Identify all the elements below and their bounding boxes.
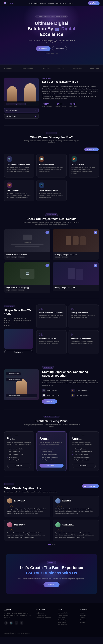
- testimonials-cta-button[interactable]: See All Reviews →: [82, 484, 99, 488]
- dot-nav-1[interactable]: [48, 544, 51, 545]
- social-facebook[interactable]: f: [20, 621, 23, 625]
- about-title: Let's Get Acquainted With Us: [42, 80, 99, 84]
- social-linkedin[interactable]: in: [15, 621, 18, 625]
- portfolio-card-0[interactable]: MARKETING ↗ Growth Marketing For Anex Br…: [4, 229, 50, 260]
- logo-bar: logolipsum logo ⊕ ipsum L@QIPSUM #LIPSUM…: [0, 64, 103, 72]
- step-num-3: 03.: [39, 333, 64, 336]
- service-card-brand[interactable]: 💼 Brand Strategy We develop comprehensiv…: [4, 180, 34, 202]
- footer-follow-0[interactable]: Twitter: [80, 612, 99, 614]
- stat-years: 10Y+ Years Experience: [42, 102, 52, 108]
- social-twitter[interactable]: 𝕏: [4, 621, 8, 625]
- cta-button[interactable]: Contact Us →: [43, 582, 60, 587]
- nav-home[interactable]: Home: [28, 2, 32, 4]
- about-image: #1 Digital Marketing Agency In Asia: [4, 78, 39, 106]
- plan-cta-0[interactable]: Get Started →: [7, 464, 31, 468]
- portfolio-card-2[interactable]: 💻 ↗ Digital Product For KronyoApp Apps P…: [4, 262, 50, 293]
- portfolio-link-icon-0: ↗: [45, 231, 49, 234]
- service-card-web[interactable]: 🎨 Website Design Get stunning and creati…: [69, 154, 99, 178]
- footer-follow-3[interactable]: Facebook: [80, 619, 99, 621]
- work-video[interactable]: ▶: [4, 329, 33, 349]
- about-tab-vision[interactable]: 02. Our Vision ▶: [4, 114, 39, 118]
- footer-follow-1[interactable]: Instagram: [80, 614, 99, 616]
- footer-service-4[interactable]: Brand Strategy: [58, 621, 77, 623]
- footer-service-5[interactable]: PPC Advertising: [58, 623, 77, 626]
- footer-top: Zynex An Agency That Drives Results, and…: [4, 608, 99, 626]
- portfolio-section: Featured Projects Check Our Project With…: [0, 207, 103, 299]
- social-instagram[interactable]: 📷: [9, 621, 13, 625]
- footer-service-0[interactable]: SEO Optimization: [58, 612, 77, 614]
- service-icon-web: 🎨: [72, 156, 77, 162]
- testimonial-header-0: Clara Mendoza Marketing Director: [7, 498, 48, 504]
- nav-contact[interactable]: Contact: [68, 2, 73, 4]
- logo-text: Zynex: [7, 2, 13, 4]
- testimonial-avatar-1: [55, 498, 61, 504]
- testimonials-grid: Clara Mendoza Marketing Director ★★★★★ I…: [4, 496, 99, 541]
- cta-wrapper: Contact Us Let's Create The Best Experie…: [0, 551, 103, 603]
- pricing-subtitle: Choose your pricing plan below. Choose y…: [23, 424, 80, 427]
- work-title: Simple Steps How We Work: [4, 309, 33, 316]
- experience-title: Creating Experiences, Generating Success…: [42, 370, 99, 378]
- portfolio-card-1[interactable]: ↗ Packaging Design For Kopiku Package Br…: [53, 229, 99, 260]
- dot-nav-2[interactable]: [52, 544, 53, 545]
- services-all-button[interactable]: All Services →: [84, 148, 99, 152]
- step-desc-4: We continuously monitor and optimize cam…: [71, 340, 96, 344]
- portfolio-card-3[interactable]: ↗ Mockup Design For Eagent: [53, 262, 99, 293]
- feature-label-2: Data Driven Results: [47, 394, 59, 396]
- feature-label-3: Innovative Strategies: [76, 394, 89, 396]
- pricing-card-enterprise: Enterprise Plan $400/mo Comprehensive di…: [69, 432, 99, 471]
- nav-portfolio[interactable]: Portfolio: [48, 2, 54, 4]
- exp-floating-2: Project Management: [6, 378, 22, 381]
- hero-cta-primary[interactable]: Get Started: [36, 46, 50, 51]
- testimonial-stars-0: ★★★★★: [7, 505, 48, 507]
- portfolio-info-1: Packaging Design For Kopiku Package Bran…: [53, 252, 99, 260]
- service-title-content: Content Marketing: [39, 163, 64, 165]
- service-card-content[interactable]: 📝 Content Marketing Grow your digital st…: [36, 154, 66, 178]
- step-title-4: Monitoring & Optimization: [71, 338, 96, 339]
- social-links: 𝕏 📷 in f: [4, 621, 32, 625]
- nav-services[interactable]: Services: [40, 2, 46, 4]
- service-card-social[interactable]: 📱 Social Media Marketing Engage your aud…: [36, 180, 66, 202]
- footer-tagline: An Agency That Drives Results, and Profi…: [4, 612, 32, 619]
- testimonials-subtitle: Don't take our word for it — here's what…: [4, 491, 99, 493]
- footer-follow-4[interactable]: YouTube: [80, 621, 99, 623]
- nav-blog[interactable]: Blog: [63, 2, 66, 4]
- nav-pages[interactable]: Pages: [56, 2, 61, 4]
- hero-cta-secondary[interactable]: Learn More: [52, 46, 67, 51]
- stat-clients: 99% Happy Clients: [69, 102, 77, 108]
- plan-cta-2[interactable]: Get Started →: [72, 464, 96, 468]
- footer-service-1[interactable]: Content Marketing: [58, 614, 77, 616]
- testimonial-text-1: Working with Zynex has been an absolute …: [55, 508, 96, 514]
- footer-service-3[interactable]: Website Design: [58, 619, 77, 621]
- portfolio-title-3: Mockup Design For Eagent: [55, 287, 97, 288]
- nav-about[interactable]: About: [34, 2, 38, 4]
- about-tag: Our Story: [42, 78, 99, 79]
- about-left: #1 Digital Marketing Agency In Asia 01. …: [4, 78, 39, 120]
- feature-0: 🖥️ Skilled Solutions: [42, 389, 70, 392]
- testimonial-role-2: Brand Manager: [13, 525, 25, 526]
- footer-follow-list: Twitter Instagram LinkedIn Facebook YouT…: [80, 612, 99, 623]
- feature-icon-2: 📊: [42, 394, 45, 397]
- plan-badge-0: Starter Plan: [7, 434, 31, 436]
- work-read-more-button[interactable]: Read More →: [4, 350, 33, 354]
- footer-email: info@zynex.io: [36, 612, 55, 614]
- dot-nav-3[interactable]: [54, 544, 55, 545]
- portfolio-subtitle: We consider our clients partners; we don…: [23, 222, 80, 225]
- services-header: Our Services What We Are Offering For Yo…: [4, 131, 99, 143]
- footer-col-contact: Get In Touch info@zynex.io +1 (555) 123-…: [36, 608, 55, 626]
- plan-desc-0: Perfect for small businesses and startup…: [7, 442, 31, 446]
- testimonial-text-2: Exceptional results across all our digit…: [7, 532, 48, 538]
- footer-service-2[interactable]: Social Media: [58, 616, 77, 619]
- plan-cta-1[interactable]: Get Started →: [39, 464, 63, 468]
- service-desc-web: Get stunning and creative website design…: [72, 166, 96, 175]
- work-step-4: 04. Monitoring & Optimization We continu…: [69, 330, 99, 354]
- experience-cta-button[interactable]: Learn More →: [42, 400, 57, 404]
- footer-follow-2[interactable]: LinkedIn: [80, 616, 99, 619]
- about-tab-history[interactable]: 01. Our History ▼: [4, 108, 39, 113]
- logo-item-2: logo ⊕ ipsum: [22, 67, 33, 69]
- nav-cta-button[interactable]: Let's Talk →: [88, 2, 100, 5]
- cta-title: Let's Create The Best Experience For You…: [11, 565, 92, 576]
- pricing-title: Profitable Pricing Plans: [4, 420, 99, 423]
- service-title-web: Website Design: [72, 163, 96, 165]
- service-card-seo[interactable]: 🔍 Search Engine Optimization Improve you…: [4, 154, 34, 178]
- feature-icon-3: 💡: [71, 394, 75, 397]
